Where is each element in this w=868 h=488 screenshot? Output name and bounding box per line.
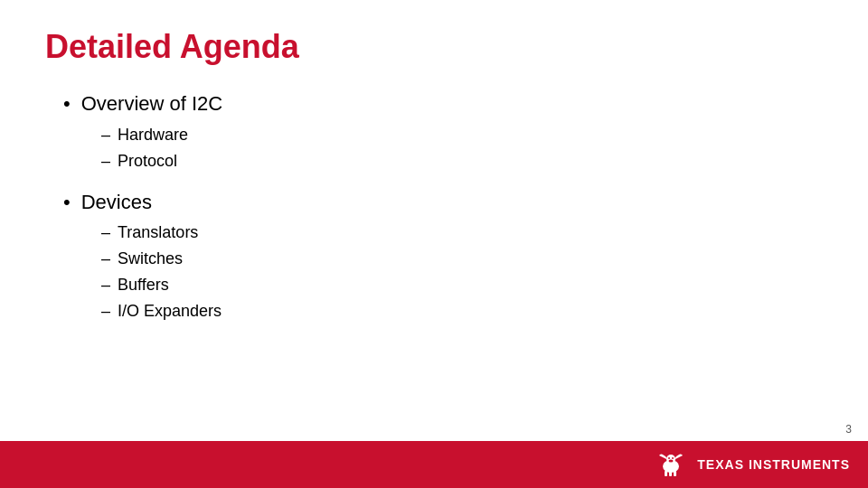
slide-content: • Overview of I2C – Hardware – Protocol …	[45, 91, 823, 324]
sub-text-switches: Switches	[118, 247, 183, 271]
footer: Texas Instruments	[0, 441, 868, 488]
footer-logo: Texas Instruments	[654, 450, 850, 479]
ti-logo-icon	[654, 450, 688, 479]
sub-dash-buffers: –	[101, 273, 110, 297]
bullet-devices-text: Devices	[81, 190, 152, 216]
sub-text-hardware: Hardware	[118, 123, 188, 147]
sub-bullet-switches: – Switches	[101, 247, 823, 271]
bullet-devices-main: • Devices	[63, 190, 823, 216]
sub-bullet-io-expanders: – I/O Expanders	[101, 299, 823, 324]
bullet-devices: • Devices – Translators – Switches – Buf…	[63, 190, 823, 324]
sub-bullet-translators: – Translators	[101, 221, 823, 245]
bullet-dot-devices: •	[63, 190, 71, 216]
sub-text-buffers: Buffers	[118, 273, 169, 297]
sub-bullet-buffers: – Buffers	[101, 273, 823, 297]
svg-point-4	[672, 457, 674, 459]
svg-point-3	[668, 457, 670, 459]
sub-bullets-i2c: – Hardware – Protocol	[63, 123, 823, 174]
sub-bullet-protocol: – Protocol	[101, 149, 823, 174]
slide-title: Detailed Agenda	[45, 27, 823, 66]
sub-bullet-hardware: – Hardware	[101, 123, 823, 147]
sub-text-protocol: Protocol	[118, 149, 177, 174]
sub-dash-hardware: –	[101, 123, 110, 147]
sub-dash-translators: –	[101, 221, 110, 245]
page-number: 3	[845, 423, 852, 436]
sub-dash-io-expanders: –	[101, 299, 110, 324]
svg-rect-8	[674, 471, 676, 476]
sub-dash-protocol: –	[101, 149, 110, 174]
svg-rect-7	[669, 471, 672, 476]
bullet-i2c-text: Overview of I2C	[81, 91, 223, 117]
svg-rect-6	[665, 471, 667, 476]
slide: Detailed Agenda • Overview of I2C – Hard…	[0, 0, 868, 488]
sub-bullets-devices: – Translators – Switches – Buffers – I/O…	[63, 221, 823, 324]
bullet-dot-i2c: •	[63, 91, 71, 117]
sub-dash-switches: –	[101, 247, 110, 271]
sub-text-io-expanders: I/O Expanders	[118, 299, 222, 324]
footer-company-name: Texas Instruments	[697, 457, 850, 472]
bullet-i2c: • Overview of I2C – Hardware – Protocol	[63, 91, 823, 174]
sub-text-translators: Translators	[118, 221, 198, 245]
bullet-i2c-main: • Overview of I2C	[63, 91, 823, 117]
svg-point-5	[669, 460, 674, 463]
